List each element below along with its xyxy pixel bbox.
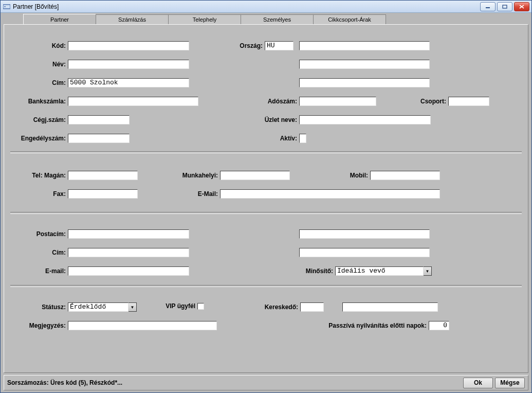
label-nev: Név:: [4, 61, 68, 68]
label-uzletneve: Üzlet neve:: [246, 116, 299, 123]
chevron-down-icon[interactable]: ▼: [424, 266, 432, 276]
label-mobil: Mobil:: [331, 172, 370, 179]
input-fax[interactable]: [68, 189, 138, 199]
combo-statusz[interactable]: Érdeklődő ▼: [68, 302, 137, 312]
label-statusz: Státusz:: [4, 303, 68, 311]
ok-button[interactable]: Ok: [463, 378, 493, 388]
separator-2: [10, 212, 522, 214]
app-icon: [3, 3, 11, 11]
input-mobil[interactable]: [370, 171, 440, 180]
close-button[interactable]: [514, 2, 529, 11]
checkbox-vip[interactable]: [197, 303, 204, 310]
input-orszag-name[interactable]: [299, 41, 430, 50]
input-kereskedo-a[interactable]: [300, 302, 324, 312]
window-title: Partner [Bővítés]: [13, 3, 59, 10]
input-cim2[interactable]: [68, 248, 189, 257]
input-aktiv[interactable]: [299, 134, 306, 143]
tab-cikkcsoport-arak[interactable]: Cikkcsoport-Árak: [313, 14, 386, 24]
label-csoport: Csoport:: [415, 98, 448, 105]
label-email2: E-mail:: [4, 267, 68, 275]
input-postacim[interactable]: [68, 229, 189, 239]
chevron-down-icon[interactable]: ▼: [129, 302, 137, 312]
input-email[interactable]: [220, 189, 440, 199]
label-cim2: Cím:: [4, 249, 68, 256]
label-megjegyzes: Megjegyzés:: [4, 322, 68, 329]
label-orszag: Ország:: [232, 42, 265, 49]
label-aktiv: Aktív:: [246, 135, 299, 142]
input-uzletneve[interactable]: [299, 115, 431, 124]
input-megjegyzes[interactable]: [68, 321, 217, 330]
label-cegjszam: Cégj.szám:: [4, 116, 68, 123]
input-adoszam[interactable]: [299, 97, 376, 106]
input-postacim-b[interactable]: [299, 229, 430, 239]
input-bankszamla[interactable]: [68, 97, 198, 106]
input-telmagan[interactable]: [68, 171, 138, 180]
cancel-button[interactable]: Mégse: [495, 378, 525, 388]
label-engedelyszam: Engedélyszám:: [4, 135, 68, 142]
label-bankszamla: Bankszámla:: [4, 98, 68, 105]
input-cim[interactable]: 5000 Szolnok: [68, 78, 189, 87]
label-postacim: Postacím:: [4, 230, 68, 238]
label-kod: Kód:: [4, 42, 68, 49]
separator-3: [10, 285, 522, 287]
label-cim: Cím:: [4, 79, 68, 86]
input-cim-b[interactable]: [299, 78, 430, 87]
label-passziva: Passzívá nyilvánítás előtti napok:: [292, 322, 429, 329]
label-email: E-Mail:: [167, 190, 220, 198]
input-nev-2[interactable]: [299, 60, 430, 69]
label-adoszam: Adószám:: [246, 98, 299, 105]
combo-statusz-value[interactable]: Érdeklődő: [68, 302, 129, 312]
form-panel: Kód: Ország: HU Név:: [4, 24, 528, 373]
label-kereskedo: Kereskedő:: [249, 303, 300, 311]
maximize-button[interactable]: [497, 2, 512, 11]
tabrow: Partner Számlázás Telephely Személyes Ci…: [23, 15, 528, 24]
footer: Sorszámozás: Üres kód (5), Részkód*... O…: [4, 375, 528, 390]
input-nev[interactable]: [68, 60, 189, 69]
label-minosito: Minősítő:: [282, 267, 335, 275]
input-munkahelyi[interactable]: [220, 171, 290, 180]
window-buttons: [480, 2, 529, 11]
input-kereskedo-b[interactable]: [342, 302, 438, 312]
label-munkahelyi: Munkahelyi:: [167, 172, 220, 179]
input-cegjszam[interactable]: [68, 115, 130, 124]
input-csoport[interactable]: [448, 97, 489, 106]
status-text: Sorszámozás: Üres kód (5), Részkód*...: [7, 379, 122, 386]
input-orszag-code[interactable]: HU: [265, 41, 293, 50]
label-telmagan: Tel: Magán:: [4, 172, 68, 179]
minimize-button[interactable]: [480, 2, 496, 11]
input-engedelyszam[interactable]: [68, 134, 130, 143]
input-email2[interactable]: [68, 266, 189, 276]
tab-telephely[interactable]: Telephely: [168, 14, 241, 24]
titlebar[interactable]: Partner [Bővítés]: [1, 1, 531, 13]
input-passziva[interactable]: 0: [429, 321, 449, 330]
input-cim2-b[interactable]: [299, 248, 430, 257]
tab-partner[interactable]: Partner: [23, 14, 96, 25]
tab-szamlazas[interactable]: Számlázás: [96, 14, 169, 24]
label-vip: VIP ügyfél: [157, 302, 197, 310]
combo-minosito[interactable]: Ideális vevő ▼: [335, 266, 432, 276]
tab-szemelyes[interactable]: Személyes: [241, 14, 314, 24]
separator-1: [10, 151, 522, 153]
combo-minosito-value[interactable]: Ideális vevő: [335, 266, 424, 276]
input-kod[interactable]: [68, 41, 189, 50]
svg-rect-3: [503, 5, 507, 8]
partner-window: Partner [Bővítés] Partner Számlázás Tele…: [0, 0, 532, 393]
label-fax: Fax:: [4, 190, 68, 198]
